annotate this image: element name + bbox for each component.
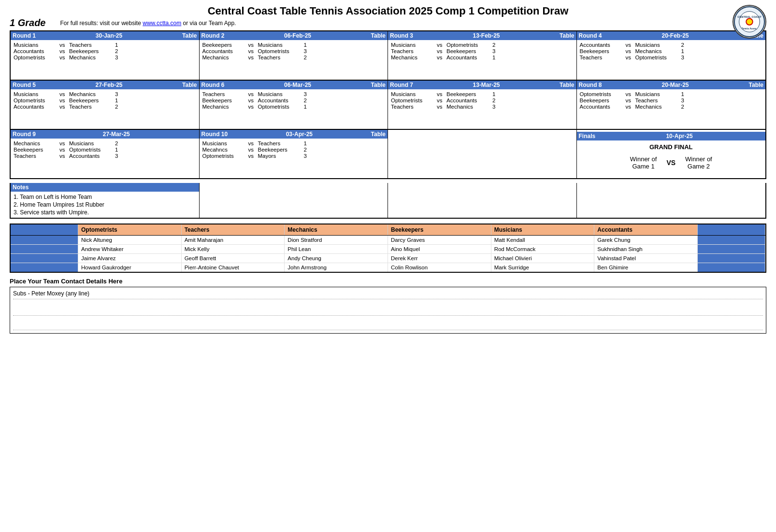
team2: Teachers bbox=[258, 140, 304, 146]
table-num: 2 bbox=[304, 147, 312, 153]
round-7-header: Round 7 13-Mar-25 Table bbox=[388, 81, 576, 89]
round-7-match-1: Musicians vs Beekeepers 1 bbox=[391, 91, 574, 97]
round-9-header: Round 9 27-Mar-25 bbox=[11, 130, 199, 139]
round-2-name: Round 2 bbox=[201, 32, 225, 39]
vs: vs bbox=[248, 147, 258, 153]
table-num: 3 bbox=[492, 48, 500, 54]
acc-player-4: Ben Ghimire bbox=[594, 263, 698, 272]
team2: Teachers bbox=[69, 42, 115, 48]
team1: Optometrists bbox=[580, 91, 626, 97]
round-6-header: Round 6 06-Mar-25 Table bbox=[200, 81, 388, 89]
website-link[interactable]: www.cctta.com bbox=[143, 20, 181, 27]
team1: Mecahncs bbox=[202, 147, 248, 153]
contact-box[interactable]: Subs - Peter Moxey (any line) bbox=[10, 287, 766, 334]
table-num: 2 bbox=[681, 104, 689, 110]
table-num: 1 bbox=[492, 91, 500, 97]
round-5-match-3: Accountants vs Teachers 2 bbox=[14, 104, 196, 110]
team2: Beekeepers bbox=[446, 91, 492, 97]
table-num: 2 bbox=[304, 98, 312, 103]
team1: Accountants bbox=[580, 104, 626, 110]
roster-header-optometrists: Optometrists bbox=[78, 224, 182, 235]
vs: vs bbox=[437, 104, 446, 110]
table-num: 3 bbox=[304, 91, 312, 97]
round-6-date: 06-Mar-25 bbox=[284, 82, 311, 88]
team2: Optometrists bbox=[69, 147, 115, 153]
svg-text:Tennis Assoc.: Tennis Assoc. bbox=[742, 28, 758, 30]
round-7-match-2: Optometrists vs Accountants 2 bbox=[391, 98, 574, 103]
table-num: 2 bbox=[115, 48, 123, 54]
vs: vs bbox=[437, 55, 446, 60]
round-1-name: Round 1 bbox=[13, 32, 36, 39]
vs: vs bbox=[626, 91, 635, 97]
vs: vs bbox=[59, 140, 69, 146]
round-4-date: 20-Feb-25 bbox=[662, 32, 689, 39]
table-num: 2 bbox=[115, 140, 123, 146]
round-10-cell: Round 10 03-Apr-25 Table Musicians vs Te… bbox=[200, 130, 388, 178]
table-num: 3 bbox=[304, 48, 312, 54]
round-9-cell: Round 9 27-Mar-25 Mechanics vs Musicians… bbox=[11, 130, 200, 178]
team1: Accountants bbox=[202, 48, 248, 54]
subtitle: For full results: visit our website www.… bbox=[60, 20, 236, 27]
table-num: 1 bbox=[304, 42, 312, 48]
round-10-match-1: Musicians vs Teachers 1 bbox=[202, 140, 385, 146]
round-5-header: Round 5 27-Feb-25 Table bbox=[11, 81, 199, 89]
round-5-name: Round 5 bbox=[13, 82, 36, 88]
vs: vs bbox=[626, 104, 635, 110]
vs: vs bbox=[59, 104, 69, 110]
round-2-date: 06-Feb-25 bbox=[284, 32, 311, 39]
roster-header-musicians: Musicians bbox=[491, 224, 595, 235]
table-num: 1 bbox=[681, 91, 689, 97]
round-10-header: Round 10 03-Apr-25 Table bbox=[200, 130, 388, 139]
team1: Beekeepers bbox=[580, 48, 626, 54]
round-6-cell: Round 6 06-Mar-25 Table Teachers vs Musi… bbox=[200, 81, 388, 129]
tea-player-1: Amit Maharajan bbox=[182, 236, 285, 244]
vs: vs bbox=[248, 153, 258, 159]
table-num: 2 bbox=[492, 98, 500, 103]
team2: Beekeepers bbox=[258, 147, 304, 153]
round-1-date: 30-Jan-25 bbox=[96, 32, 122, 39]
team1: Optometrists bbox=[14, 55, 59, 60]
round-9-name: Round 9 bbox=[13, 131, 36, 138]
notes-header: Notes bbox=[11, 183, 199, 192]
roster-row-3: Jaime Alvarez Geoff Barrett Andy Cheung … bbox=[11, 254, 765, 263]
tea-player-4: Pierr-Antoine Chauvet bbox=[182, 263, 285, 272]
opt-player-4: Howard Gaukrodger bbox=[78, 263, 182, 272]
team2: Teachers bbox=[635, 98, 681, 103]
round-9-match-3: Teachers vs Accountants 3 bbox=[14, 153, 196, 159]
round-1-match-2: Accountants vs Beekeepers 2 bbox=[14, 48, 196, 54]
vs: vs bbox=[437, 91, 446, 97]
finals-name: Finals bbox=[579, 133, 596, 140]
team2: Accountants bbox=[258, 98, 304, 103]
table-num: 3 bbox=[492, 104, 500, 110]
final-team1: Winner ofGame 1 bbox=[630, 155, 657, 170]
team1: Musicians bbox=[391, 42, 437, 48]
round-2-cell: Round 2 06-Feb-25 Table Beekeepers vs Mu… bbox=[200, 31, 388, 80]
vs: vs bbox=[248, 55, 258, 60]
final-vs: VS bbox=[666, 159, 675, 167]
round-1-match-1: Musicians vs Teachers 1 bbox=[14, 42, 196, 48]
vs: vs bbox=[59, 91, 69, 97]
finals-cell: Finals 10-Apr-25 GRAND FINAL Winner ofGa… bbox=[577, 130, 766, 178]
team1: Accountants bbox=[14, 48, 59, 54]
round-6-match-3: Mechanics vs Optometrists 1 bbox=[202, 104, 385, 110]
round-7-name: Round 7 bbox=[390, 82, 413, 88]
team1: Accountants bbox=[580, 42, 626, 48]
mec-player-3: Andy Cheung bbox=[285, 254, 388, 263]
bee-player-2: Aino Miquel bbox=[388, 245, 491, 253]
vs: vs bbox=[59, 147, 69, 153]
team2: Beekeepers bbox=[69, 48, 115, 54]
table-num: 3 bbox=[304, 153, 312, 159]
team1: Teachers bbox=[391, 48, 437, 54]
round-9-match-1: Mechanics vs Musicians 2 bbox=[14, 140, 196, 146]
round-4-cell: Round 4 20-Feb-25 Table Accountants vs M… bbox=[577, 31, 766, 80]
rounds-row-2: Round 5 27-Feb-25 Table Musicians vs Mec… bbox=[10, 81, 766, 130]
tea-player-3: Geoff Barrett bbox=[182, 254, 285, 263]
acc-player-1: Garek Chung bbox=[594, 236, 698, 244]
blue-right-3 bbox=[698, 254, 765, 263]
table-num: 1 bbox=[115, 42, 123, 48]
bee-player-1: Darcy Graves bbox=[388, 236, 491, 244]
round-7-match-3: Teachers vs Mechanics 3 bbox=[391, 104, 574, 110]
team2: Mechanics bbox=[69, 91, 115, 97]
team2: Mechanics bbox=[69, 55, 115, 60]
notes-empty-1 bbox=[200, 183, 388, 218]
